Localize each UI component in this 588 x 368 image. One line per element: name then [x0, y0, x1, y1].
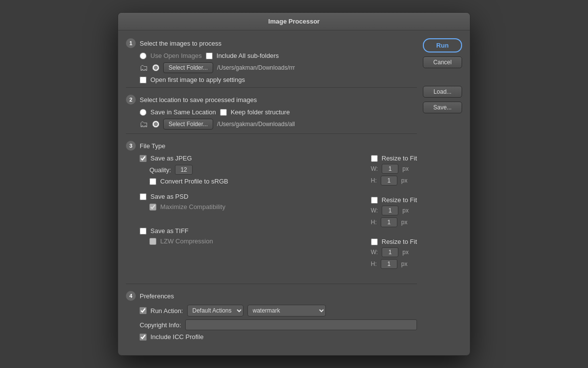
action-set-dropdown[interactable]: Default Actions Production: [187, 305, 244, 316]
section-3-title: File Type: [140, 142, 166, 150]
run-action-checkbox[interactable]: [140, 307, 147, 314]
row-save-psd: Save as PSD: [140, 193, 361, 200]
w-label-jpeg: W:: [371, 165, 378, 172]
row-lzw: LZW Compression: [140, 237, 361, 245]
row-h-jpeg: H: px: [371, 176, 417, 185]
section-1-body: Use Open Images Include All sub-folders …: [126, 52, 417, 83]
h-input-jpeg[interactable]: [381, 176, 397, 185]
image-processor-dialog: Image Processor 1 Select the images to p…: [118, 12, 470, 356]
open-first-checkbox[interactable]: [140, 77, 147, 83]
folder-path-1: /Users/gakman/Downloads/rrr: [217, 64, 295, 71]
row-maximize-compat: Maximize Compatibility: [140, 203, 361, 210]
select-folder-btn-1[interactable]: Select Folder...: [163, 62, 213, 73]
px-label-h-tiff: px: [401, 261, 408, 267]
resize-tiff-block: Resize to Fit W: px H:: [371, 238, 417, 271]
h-input-psd[interactable]: [381, 217, 397, 227]
maximize-compat-label: Maximize Compatibility: [160, 203, 225, 210]
icc-profile-checkbox[interactable]: [140, 334, 147, 341]
run-action-label[interactable]: Run Action:: [150, 307, 183, 315]
row-convert-profile: Convert Profile to sRGB: [140, 178, 361, 185]
resize-tiff-checkbox[interactable]: [371, 238, 378, 245]
copyright-label: Copyright Info:: [140, 321, 181, 329]
main-panel: 1 Select the images to process Use Open …: [126, 38, 417, 347]
row-run-action: Run Action: Default Actions Production w…: [140, 305, 417, 316]
resize-jpeg-checkbox[interactable]: [371, 155, 378, 162]
resize-psd-block: Resize to Fit W: px H:: [371, 196, 417, 229]
use-open-images-radio[interactable]: [140, 53, 147, 59]
section-1-number: 1: [126, 38, 136, 48]
h-label-tiff: H:: [371, 261, 377, 267]
dialog-title: Image Processor: [118, 13, 470, 30]
file-type-right-col: Resize to Fit W: px H:: [361, 155, 417, 280]
save-tiff-label[interactable]: Save as TIFF: [150, 227, 189, 235]
section-4-body: Run Action: Default Actions Production w…: [126, 305, 417, 341]
resize-psd-label[interactable]: Resize to Fit: [382, 196, 417, 204]
save-psd-checkbox[interactable]: [140, 193, 147, 200]
folder-icon-1: 🗂: [140, 63, 148, 73]
select-folder-btn-2[interactable]: Select Folder...: [163, 119, 213, 130]
section-4-header: 4 Preferences: [126, 291, 417, 301]
section-1-header: 1 Select the images to process: [126, 38, 417, 48]
row-resize-tiff: Resize to Fit: [371, 238, 417, 245]
w-input-tiff[interactable]: [382, 247, 398, 257]
row-open-images: Use Open Images Include All sub-folders: [140, 52, 417, 59]
maximize-compat-checkbox[interactable]: [149, 204, 156, 210]
section-2: 2 Select location to save processed imag…: [126, 95, 417, 134]
convert-profile-label[interactable]: Convert Profile to sRGB: [160, 178, 228, 185]
resize-tiff-label[interactable]: Resize to Fit: [382, 238, 417, 245]
section-1-title: Select the images to process: [140, 40, 221, 47]
row-save-tiff: Save as TIFF: [140, 227, 361, 235]
folder-icon-2: 🗂: [140, 119, 148, 130]
save-tiff-checkbox[interactable]: [140, 228, 147, 235]
save-psd-label[interactable]: Save as PSD: [150, 193, 188, 200]
w-input-jpeg[interactable]: [382, 164, 398, 174]
h-label-jpeg: H:: [371, 177, 377, 184]
use-open-images-label[interactable]: Use Open Images: [150, 52, 202, 59]
lzw-label: LZW Compression: [160, 237, 213, 245]
keep-folder-checkbox[interactable]: [220, 109, 227, 116]
save-button[interactable]: Save...: [423, 102, 462, 113]
action-dropdown[interactable]: watermark Vignette (selection) Wood Fram…: [247, 305, 326, 316]
save-jpeg-checkbox[interactable]: [140, 155, 147, 162]
title-text: Image Processor: [269, 18, 320, 25]
row-h-tiff: H: px: [371, 259, 417, 269]
save-same-location-label[interactable]: Save in Same Location: [150, 108, 216, 116]
section-2-title: Select location to save processed images: [140, 96, 257, 104]
keep-folder-label[interactable]: Keep folder structure: [231, 108, 290, 116]
h-input-tiff[interactable]: [381, 259, 397, 269]
section-1: 1 Select the images to process Use Open …: [126, 38, 417, 88]
section-3-body: Save as JPEG Quality: Convert Profile to…: [126, 155, 417, 280]
row-resize-jpeg: Resize to Fit: [371, 155, 417, 162]
load-button[interactable]: Load...: [423, 86, 462, 98]
resize-psd-checkbox[interactable]: [371, 197, 378, 204]
row-copyright: Copyright Info:: [140, 319, 417, 330]
include-subfolders-label[interactable]: Include All sub-folders: [217, 52, 279, 59]
lzw-checkbox[interactable]: [149, 238, 156, 245]
select-folder-radio[interactable]: [152, 64, 159, 71]
quality-label: Quality:: [149, 166, 171, 174]
row-quality: Quality:: [140, 165, 361, 175]
section-3-number: 3: [126, 141, 136, 151]
copyright-input[interactable]: [185, 319, 417, 330]
include-subfolders-checkbox[interactable]: [206, 53, 213, 59]
cancel-button[interactable]: Cancel: [423, 56, 462, 68]
section-2-header: 2 Select location to save processed imag…: [126, 95, 417, 105]
run-button[interactable]: Run: [423, 38, 462, 53]
section-4: 4 Preferences Run Action: Default Action…: [126, 291, 417, 341]
convert-profile-checkbox[interactable]: [149, 178, 156, 185]
icc-profile-label[interactable]: Include ICC Profile: [150, 333, 203, 341]
row-icc-profile: Include ICC Profile: [140, 333, 417, 341]
resize-jpeg-label[interactable]: Resize to Fit: [382, 155, 417, 162]
side-buttons: Run Cancel Load... Save...: [423, 38, 462, 347]
open-first-label[interactable]: Open first image to apply settings: [150, 76, 245, 83]
row-w-tiff: W: px: [371, 247, 417, 257]
quality-input[interactable]: [175, 165, 193, 175]
section-2-number: 2: [126, 95, 136, 105]
section-3-header: 3 File Type: [126, 141, 417, 151]
save-same-location-radio[interactable]: [140, 109, 147, 116]
w-input-psd[interactable]: [382, 206, 398, 215]
row-resize-psd: Resize to Fit: [371, 196, 417, 204]
section-4-number: 4: [126, 291, 136, 301]
save-jpeg-label[interactable]: Save as JPEG: [150, 155, 192, 162]
select-save-folder-radio[interactable]: [152, 121, 159, 128]
